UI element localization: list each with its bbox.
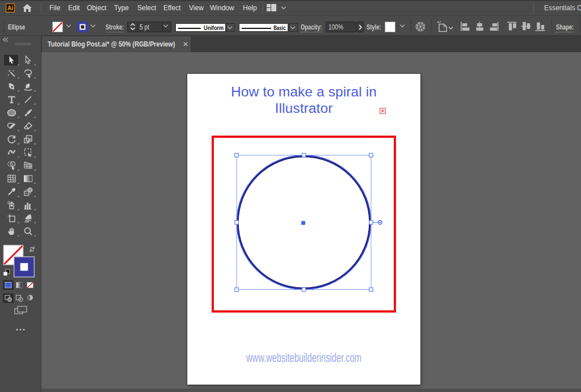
svg-text:Ai: Ai bbox=[7, 5, 13, 11]
